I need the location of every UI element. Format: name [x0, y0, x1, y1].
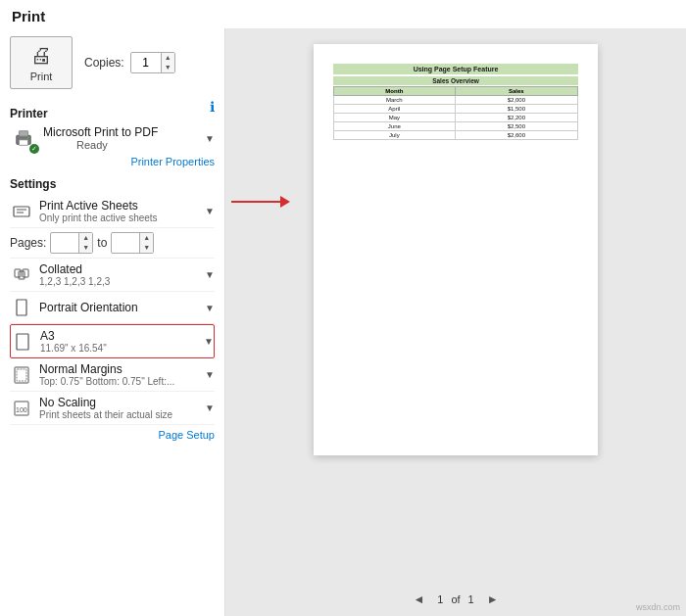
- table-cell: $2,500: [455, 122, 577, 131]
- table-row: July$2,600: [334, 131, 578, 140]
- setting-arrow-orientation[interactable]: ▼: [205, 303, 215, 313]
- pages-from-input[interactable]: [51, 235, 78, 251]
- setting-row-margins: Normal Margins Top: 0.75" Bottom: 0.75" …: [10, 358, 215, 392]
- printer-device-icon: ✓: [10, 124, 37, 152]
- table-cell: March: [334, 96, 456, 105]
- preview-table: Month Sales March$2,000April$1,500May$2,…: [333, 86, 578, 140]
- setting-arrow-paper-size[interactable]: ▼: [204, 336, 214, 347]
- table-subtitle: Sales Overview: [333, 76, 578, 85]
- copies-label: Copies:: [84, 56, 124, 70]
- printer-name: Microsoft Print to PDF: [43, 125, 199, 139]
- paper-size-icon: [11, 330, 34, 354]
- page-title: Print: [0, 0, 686, 28]
- setting-arrow-print-active[interactable]: ▼: [205, 206, 215, 216]
- setting-row-orientation: Portrait Orientation ▼: [10, 292, 215, 324]
- page-sheet: Using Page Setup Feature Sales Overview …: [314, 44, 598, 455]
- right-panel: Using Page Setup Feature Sales Overview …: [225, 28, 686, 616]
- setting-main-orientation: Portrait Orientation: [39, 301, 199, 314]
- setting-sub-scaling: Print sheets at their actual size: [39, 409, 199, 420]
- copies-input[interactable]: [131, 54, 161, 71]
- setting-row-collated: Collated 1,2,3 1,2,3 1,2,3 ▼: [10, 259, 215, 292]
- svg-rect-11: [17, 334, 28, 350]
- svg-rect-9: [23, 269, 28, 277]
- setting-arrow-scaling[interactable]: ▼: [205, 403, 215, 413]
- printer-section: ✓ Microsoft Print to PDF Ready ▼: [10, 124, 215, 152]
- col-header-sales: Sales: [455, 87, 577, 96]
- settings-header: Settings: [10, 177, 215, 191]
- setting-row-scaling: 100 No Scaling Print sheets at their act…: [10, 392, 215, 425]
- of-label: of: [451, 593, 460, 605]
- pages-from-spin-down[interactable]: ▼: [79, 243, 92, 253]
- svg-rect-10: [17, 300, 26, 315]
- setting-sub-margins: Top: 0.75" Bottom: 0.75" Left:...: [39, 376, 199, 387]
- print-button-label: Print: [30, 71, 53, 82]
- svg-rect-7: [15, 269, 21, 277]
- pages-to-spinners: ▲ ▼: [139, 233, 153, 253]
- pagination-bar: ◄ 1 of 1 ►: [408, 585, 503, 608]
- page-setup-link[interactable]: Page Setup: [10, 429, 215, 441]
- table-cell: $2,600: [455, 131, 577, 140]
- table-row: April$1,500: [334, 105, 578, 114]
- svg-text:100: 100: [16, 406, 27, 413]
- total-pages: 1: [468, 593, 474, 605]
- svg-rect-8: [19, 271, 24, 279]
- setting-main-collated: Collated: [39, 262, 199, 276]
- setting-main-paper-size: A3: [40, 329, 198, 343]
- copies-spin-down[interactable]: ▼: [162, 63, 174, 72]
- pages-to-spin-down[interactable]: ▼: [140, 243, 153, 253]
- setting-text-collated: Collated 1,2,3 1,2,3 1,2,3: [39, 262, 199, 287]
- svg-rect-4: [14, 207, 29, 216]
- setting-arrow-collated[interactable]: ▼: [205, 269, 215, 280]
- pages-to-input[interactable]: [112, 235, 139, 251]
- setting-sub-paper-size: 11.69" x 16.54": [40, 343, 198, 354]
- col-header-month: Month: [334, 87, 456, 96]
- copies-input-wrap: ▲ ▼: [130, 52, 175, 73]
- printer-properties-link[interactable]: Printer Properties: [10, 156, 215, 167]
- pages-to-wrap: ▲ ▼: [111, 232, 154, 254]
- table-cell: $2,000: [455, 96, 577, 105]
- printer-status: Ready: [76, 139, 199, 151]
- arrow-head: [280, 196, 290, 208]
- pages-from-wrap: ▲ ▼: [50, 232, 93, 254]
- print-button[interactable]: 🖨 Print: [10, 36, 73, 89]
- printer-section-header: Printer: [10, 107, 48, 120]
- pages-label: Pages:: [10, 236, 46, 250]
- copies-section: Copies: ▲ ▼: [84, 52, 175, 73]
- setting-text-scaling: No Scaling Print sheets at their actual …: [39, 396, 199, 420]
- pages-to-spin-up[interactable]: ▲: [140, 233, 153, 243]
- pages-to-label: to: [97, 236, 107, 250]
- table-cell: May: [334, 114, 456, 122]
- table-cell: July: [334, 131, 456, 140]
- spreadsheet-preview: Using Page Setup Feature Sales Overview …: [333, 64, 578, 140]
- printer-dropdown-arrow[interactable]: ▼: [205, 133, 215, 144]
- setting-row-print-active: Print Active Sheets Only print the activ…: [10, 195, 215, 228]
- watermark: wsxdn.com: [636, 602, 680, 612]
- page-next-button[interactable]: ►: [482, 591, 504, 608]
- pages-from-spin-up[interactable]: ▲: [79, 233, 92, 243]
- table-cell: April: [334, 105, 456, 114]
- arrow-line: [231, 201, 280, 203]
- collated-icon: [10, 263, 33, 287]
- setting-sub-collated: 1,2,3 1,2,3 1,2,3: [39, 276, 199, 287]
- copies-spin-up[interactable]: ▲: [162, 53, 174, 63]
- printer-icon: 🖨: [30, 43, 52, 69]
- printer-info-row: Printer ℹ: [10, 99, 215, 124]
- setting-sub-print-active: Only print the active sheets: [39, 213, 199, 223]
- table-row: June$2,500: [334, 122, 578, 131]
- page-prev-button[interactable]: ◄: [408, 591, 429, 608]
- orientation-icon: [10, 296, 33, 319]
- setting-text-orientation: Portrait Orientation: [39, 301, 199, 314]
- setting-text-print-active: Print Active Sheets Only print the activ…: [39, 199, 199, 223]
- setting-text-margins: Normal Margins Top: 0.75" Bottom: 0.75" …: [39, 362, 199, 387]
- setting-row-paper-size: A3 11.69" x 16.54" ▼: [10, 324, 215, 358]
- svg-point-3: [27, 137, 29, 139]
- setting-arrow-margins[interactable]: ▼: [205, 369, 215, 380]
- print-button-section: 🖨 Print Copies: ▲ ▼: [10, 28, 215, 99]
- pages-from-spinners: ▲ ▼: [78, 233, 92, 253]
- table-cell: June: [334, 122, 456, 131]
- pages-row: Pages: ▲ ▼ to ▲ ▼: [10, 228, 215, 259]
- info-icon[interactable]: ℹ: [210, 99, 215, 115]
- svg-rect-2: [19, 140, 27, 146]
- table-cell: $2,200: [455, 114, 577, 122]
- page-preview-area: Using Page Setup Feature Sales Overview …: [241, 44, 670, 585]
